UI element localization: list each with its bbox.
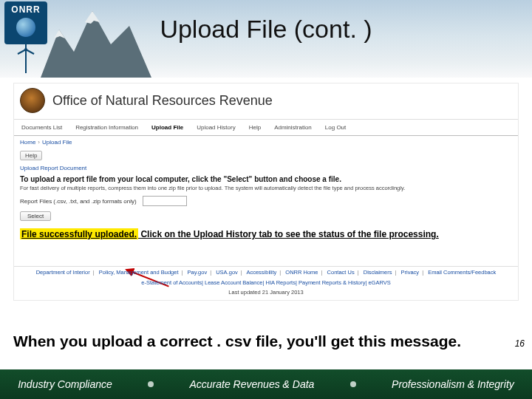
footer-updated: Last updated 21 January 2013 xyxy=(14,287,518,300)
doi-seal-icon xyxy=(20,88,45,113)
slide-footer-bar: Industry Compliance Accurate Revenues & … xyxy=(0,369,532,399)
status-highlight: File successfully uploaded. xyxy=(20,228,138,239)
footer-link[interactable]: Disclaimers xyxy=(364,269,392,276)
tab-documents-list[interactable]: Documents List xyxy=(20,122,64,133)
footer-links-row2: e-Statement of Accounts| Lease Account B… xyxy=(14,278,518,287)
slide-title: Upload File (cont. ) xyxy=(0,15,532,44)
footer-link[interactable]: Privacy xyxy=(401,269,420,276)
app-footer: Department of Interior| Policy, Manageme… xyxy=(14,266,518,300)
screenshot-panel: Office of Natural Resources Revenue Docu… xyxy=(13,83,519,301)
file-path-input[interactable] xyxy=(143,196,187,206)
wind-turbine-icon xyxy=(16,41,35,76)
help-button[interactable]: Help xyxy=(20,151,42,160)
breadcrumb: Home›Upload File xyxy=(14,136,518,147)
nav-tabs: Documents List Registration Information … xyxy=(14,120,518,136)
footer-link[interactable]: Policy, Management and Budget xyxy=(99,269,179,276)
footer-link[interactable]: ONRR Home xyxy=(285,269,318,276)
footer-link[interactable]: Lease Account Balance xyxy=(205,279,262,286)
footer-link[interactable]: Pay.gov xyxy=(188,269,208,276)
footer-item-b: Accurate Revenues & Data xyxy=(189,378,314,390)
tab-administration[interactable]: Administration xyxy=(273,122,313,133)
slide-caption: When you upload a correct . csv file, yo… xyxy=(13,332,461,350)
footer-link[interactable]: Contact Us xyxy=(327,269,355,276)
footer-link[interactable]: Accessibility xyxy=(246,269,276,276)
dot-icon xyxy=(350,381,356,387)
report-files-label: Report Files (.csv, .txt, and .zip forma… xyxy=(20,198,137,205)
svg-point-7 xyxy=(24,48,27,51)
footer-item-c: Professionalism & Integrity xyxy=(392,378,514,390)
status-rest: Click on the Upload History tab to see t… xyxy=(138,229,439,239)
status-message-row: File successfully uploaded. Click on the… xyxy=(14,221,518,243)
tab-upload-file[interactable]: Upload File xyxy=(150,122,185,133)
footer-link[interactable]: Department of Interior xyxy=(36,269,90,276)
footer-link[interactable]: HIA Reports xyxy=(265,279,295,286)
footer-links-row1: Department of Interior| Policy, Manageme… xyxy=(14,266,518,278)
tab-help[interactable]: Help xyxy=(248,122,262,133)
footer-link[interactable]: eGARVS xyxy=(368,279,390,286)
select-button[interactable]: Select xyxy=(20,211,51,221)
breadcrumb-current: Upload File xyxy=(42,139,72,146)
tab-upload-history[interactable]: Upload History xyxy=(195,122,236,133)
footer-link[interactable]: Email Comments/Feedback xyxy=(428,269,496,276)
breadcrumb-home[interactable]: Home xyxy=(20,139,35,146)
instruction-sub: For fast delivery of multiple reports, c… xyxy=(14,185,518,191)
footer-link[interactable]: USA.gov xyxy=(216,269,238,276)
dot-icon xyxy=(148,381,154,387)
footer-link[interactable]: Payment Reports & History xyxy=(299,279,365,286)
app-title: Office of Natural Resources Revenue xyxy=(52,93,273,109)
footer-item-a: Industry Compliance xyxy=(18,378,112,390)
app-header: Office of Natural Resources Revenue xyxy=(14,83,518,120)
page-number: 16 xyxy=(515,338,525,349)
instruction-main: To upload a report file from your local … xyxy=(14,173,518,185)
tab-log-out[interactable]: Log Out xyxy=(324,122,347,133)
upload-report-document-link[interactable]: Upload Report Document xyxy=(14,163,518,173)
chevron-right-icon: › xyxy=(38,139,40,146)
tab-registration-information[interactable]: Registration Information xyxy=(74,122,140,133)
footer-link[interactable]: e-Statement of Accounts xyxy=(141,279,202,286)
onrr-logo-text: ONRR xyxy=(11,4,40,15)
